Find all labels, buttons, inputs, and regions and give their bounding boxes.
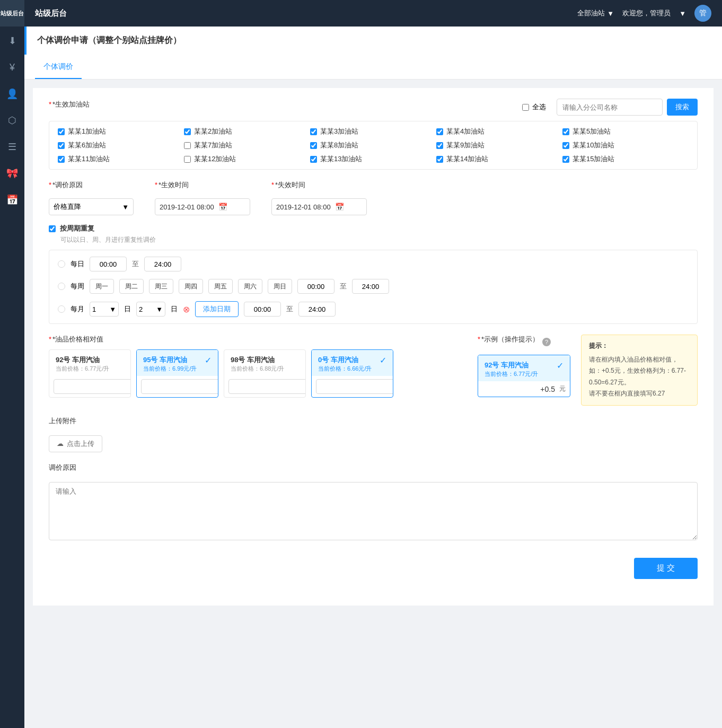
form-fields-row: *调价原因 价格直降 ▼ *生效时间 2019-12-01 08:00 📅 *失…: [49, 180, 698, 215]
price-card-input-row: 元: [312, 376, 393, 397]
price-card[interactable]: 98号 车用汽油 当前价格：6.88元/升 元: [224, 349, 306, 398]
station-checkbox[interactable]: [184, 156, 191, 163]
price-card-input[interactable]: [228, 379, 306, 394]
day-sat[interactable]: 周六: [238, 279, 262, 294]
nav-icon-list[interactable]: ☰: [0, 135, 24, 159]
nav-icon-calendar[interactable]: 📅: [0, 188, 24, 212]
price-reason-select[interactable]: 价格直降 ▼: [49, 198, 134, 215]
price-reason-field: *调价原因 价格直降 ▼: [49, 180, 134, 215]
station-checkbox[interactable]: [58, 128, 65, 135]
example-area: *示例（操作提示） ? 92号 车用汽油 当前价格：6.77元/升 ✓ +: [478, 335, 570, 406]
station-checkbox[interactable]: [436, 142, 443, 149]
price-card[interactable]: 95号 车用汽油 当前价格：6.99元/升 ✓ 元: [136, 349, 218, 398]
periodic-hint: 可以以日、周、月进行重复性调价: [60, 235, 698, 244]
effective-time-input[interactable]: 2019-12-01 08:00 📅: [155, 198, 250, 215]
monthly-from-select[interactable]: 1 ▼: [90, 302, 119, 317]
weekly-end-input[interactable]: [352, 279, 389, 294]
station-checkbox[interactable]: [184, 128, 191, 135]
station-selector[interactable]: 全部油站 ▼: [577, 8, 614, 18]
reason-textarea[interactable]: [49, 482, 698, 540]
station-item: 某某2加油站: [184, 127, 310, 136]
tips-area: 提示： 请在框内填入油品价格相对值，如：+0.5元，生效价格列为：6.77-0.…: [581, 335, 698, 406]
station-grid: 某某1加油站某某2加油站某某3加油站某某4加油站某某5加油站某某6加油站某某7加…: [49, 121, 698, 170]
calendar-icon-2: 📅: [335, 203, 344, 211]
station-checkbox[interactable]: [562, 142, 569, 149]
submit-button[interactable]: 提 交: [634, 558, 698, 579]
nav-icon-box[interactable]: ⬡: [0, 108, 24, 133]
station-checkbox[interactable]: [184, 142, 191, 149]
weekly-start-input[interactable]: [297, 279, 334, 294]
weekly-radio[interactable]: [58, 283, 65, 290]
search-input[interactable]: [557, 99, 663, 116]
tips-title: 提示：: [589, 340, 690, 352]
tips-line-2: 请不要在框内直接填写6.27: [589, 388, 690, 400]
example-card-sub: 当前价格：6.77元/升: [485, 370, 538, 378]
station-checkbox[interactable]: [436, 156, 443, 163]
app-logo: 站级后台: [0, 0, 24, 27]
weekly-label: 每周: [71, 282, 84, 291]
day-mon[interactable]: 周一: [90, 279, 114, 294]
example-value: +0.5: [482, 385, 557, 393]
station-item: 某某1加油站: [58, 127, 184, 136]
daily-end-input[interactable]: [144, 257, 181, 271]
station-item: 某某9加油站: [436, 141, 562, 150]
price-card-name: 98号 车用汽油: [231, 355, 284, 365]
select-all-checkbox[interactable]: [522, 104, 529, 111]
price-card-input-row: 元: [49, 376, 130, 397]
example-card-name: 92号 车用汽油: [485, 361, 538, 370]
price-card[interactable]: 0号 车用汽油 当前价格：6.66元/升 ✓ 元: [311, 349, 393, 398]
yuan-label: 元: [559, 384, 566, 393]
station-item: 某某5加油站: [562, 127, 689, 136]
station-checkbox[interactable]: [310, 128, 317, 135]
chevron-down-icon: ▼: [607, 10, 614, 17]
nav-icon-download[interactable]: ⬇: [0, 29, 24, 53]
station-checkbox[interactable]: [562, 128, 569, 135]
station-item: 某某14加油站: [436, 154, 562, 164]
daily-label: 每日: [71, 259, 84, 269]
tab-individual[interactable]: 个体调价: [35, 55, 82, 79]
station-checkbox[interactable]: [436, 128, 443, 135]
price-card-input[interactable]: [141, 379, 218, 394]
day-fri[interactable]: 周五: [208, 279, 233, 294]
station-checkbox[interactable]: [58, 156, 65, 163]
monthly-label: 每月: [71, 304, 84, 314]
monthly-to-unit: 日: [171, 304, 178, 314]
price-card[interactable]: 92号 车用汽油 当前价格：6.77元/升 元: [49, 349, 131, 398]
station-item: 某某6加油站: [58, 141, 184, 150]
daily-row: 每日 至: [58, 257, 689, 271]
monthly-end-input[interactable]: [298, 302, 336, 317]
station-checkbox[interactable]: [310, 142, 317, 149]
nav-icon-user[interactable]: 👤: [0, 82, 24, 106]
weekly-to: 至: [340, 282, 347, 291]
cloud-upload-icon: ☁: [57, 440, 64, 448]
nav-icon-money[interactable]: ¥: [0, 55, 24, 80]
price-card-input[interactable]: [316, 379, 393, 394]
monthly-radio[interactable]: [58, 305, 65, 313]
search-button[interactable]: 搜索: [667, 99, 698, 116]
daily-radio[interactable]: [58, 260, 65, 268]
station-item: 某某12加油站: [184, 154, 310, 164]
expire-time-field: *失效时间 2019-12-01 08:00 📅: [271, 180, 367, 215]
reason-label: 调价原因: [49, 463, 698, 472]
price-cards: 92号 车用汽油 当前价格：6.77元/升 元 95号 车用汽油 当前价格：6.…: [49, 349, 467, 398]
monthly-from-value: 1: [92, 305, 96, 313]
day-tue[interactable]: 周二: [119, 279, 144, 294]
station-checkbox[interactable]: [58, 142, 65, 149]
day-wed[interactable]: 周三: [149, 279, 173, 294]
price-card-input-row: 元: [224, 376, 305, 397]
price-card-input[interactable]: [54, 379, 131, 394]
periodic-checkbox[interactable]: [49, 225, 56, 232]
add-date-button[interactable]: 添加日期: [195, 301, 239, 317]
nav-icon-gift[interactable]: 🎀: [0, 161, 24, 186]
upload-button[interactable]: ☁ 点击上传: [49, 435, 102, 452]
day-sun[interactable]: 周日: [268, 279, 292, 294]
monthly-to-select[interactable]: 2 ▼: [136, 302, 165, 317]
day-thu[interactable]: 周四: [179, 279, 203, 294]
station-checkbox[interactable]: [310, 156, 317, 163]
remove-date-icon[interactable]: ⊗: [183, 304, 190, 314]
daily-start-input[interactable]: [90, 257, 127, 271]
monthly-start-input[interactable]: [244, 302, 281, 317]
expire-time-input[interactable]: 2019-12-01 08:00 📅: [271, 198, 367, 215]
search-area: 搜索: [557, 99, 698, 116]
station-checkbox[interactable]: [562, 156, 569, 163]
